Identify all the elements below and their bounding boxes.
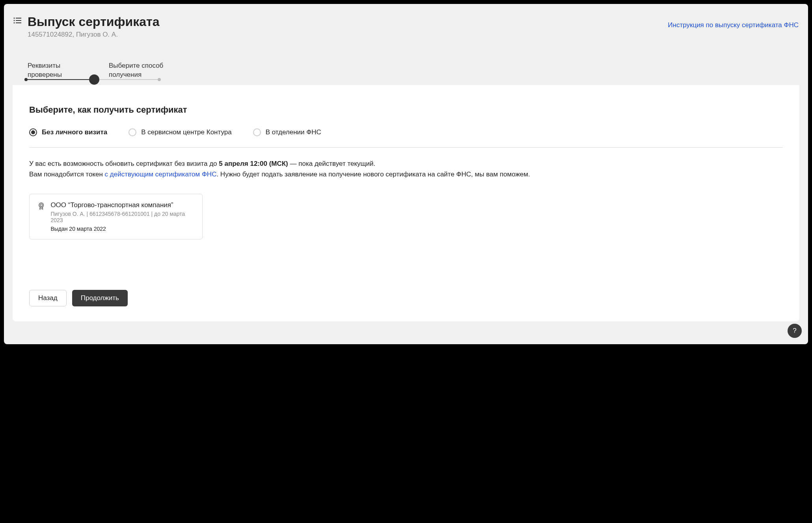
radio-label: В сервисном центре Контура — [141, 128, 232, 136]
radio-group: Без личного визита В сервисном центре Ко… — [29, 128, 783, 148]
radio-icon — [253, 128, 261, 136]
radio-icon — [129, 128, 136, 136]
radio-icon — [29, 128, 37, 136]
step-track — [24, 79, 792, 80]
button-row: Назад Продолжить — [29, 290, 128, 306]
step-dot-3 — [158, 78, 161, 81]
instruction-link[interactable]: Инструкция по выпуску сертификата ФНС — [668, 21, 799, 29]
certificate-issued: Выдан 20 марта 2022 — [50, 226, 194, 232]
svg-point-4 — [14, 22, 15, 24]
info-deadline: 5 апреля 12:00 (МСК) — [219, 160, 288, 167]
info-text: У вас есть возможность обновить сертифик… — [29, 159, 783, 180]
app-container: Выпуск сертификата 145571024892, Пигузов… — [4, 4, 808, 344]
info-line1-post: — пока действует текущий. — [288, 160, 376, 167]
svg-rect-3 — [16, 20, 21, 21]
certificate-icon — [37, 202, 45, 210]
radio-label: В отделении ФНС — [266, 128, 321, 136]
radio-option-service-center[interactable]: В сервисном центре Контура — [129, 128, 232, 136]
content-card: Выберите, как получить сертификат Без ли… — [13, 85, 799, 321]
section-heading: Выберите, как получить сертификат — [29, 105, 783, 115]
info-token-link[interactable]: с действующим сертификатом ФНС — [105, 171, 217, 178]
step-dot-current — [89, 74, 99, 85]
help-button[interactable]: ? — [788, 324, 802, 338]
certificate-card: ООО “Торгово-транспортная компания” Пигу… — [29, 194, 203, 239]
svg-rect-1 — [16, 18, 21, 19]
svg-point-2 — [14, 20, 15, 21]
svg-point-0 — [14, 18, 15, 19]
info-line2-post: . Нужно будет подать заявление на получе… — [216, 171, 530, 178]
info-line1-pre: У вас есть возможность обновить сертифик… — [29, 160, 219, 167]
svg-rect-5 — [16, 22, 21, 23]
certificate-body: ООО “Торгово-транспортная компания” Пигу… — [50, 201, 194, 232]
header: Выпуск сертификата 145571024892, Пигузов… — [4, 4, 808, 39]
step-label-1: Реквизиты проверены — [28, 61, 87, 80]
certificate-company: ООО “Торгово-транспортная компания” — [50, 201, 194, 209]
radio-option-no-visit[interactable]: Без личного визита — [29, 128, 107, 136]
info-line2-pre: Вам понадобится токен — [29, 171, 105, 178]
continue-button[interactable]: Продолжить — [72, 290, 128, 306]
stepper: Реквизиты проверены Выберите способ полу… — [4, 39, 808, 80]
step-label-2: Выберите способ получения — [109, 61, 168, 80]
svg-point-7 — [40, 204, 43, 206]
step-dot-1 — [24, 78, 28, 81]
header-left: Выпуск сертификата 145571024892, Пигузов… — [13, 14, 159, 39]
title-block: Выпуск сертификата 145571024892, Пигузов… — [28, 14, 159, 39]
page-subtitle: 145571024892, Пигузов О. А. — [28, 31, 159, 39]
page-title: Выпуск сертификата — [28, 14, 159, 29]
certificate-meta: Пигузов О. А. | 6612345678-661201001 | д… — [50, 211, 194, 223]
svg-point-6 — [39, 203, 44, 208]
back-button[interactable]: Назад — [29, 290, 67, 306]
menu-icon[interactable] — [13, 17, 21, 25]
radio-label: Без личного визита — [42, 128, 107, 136]
radio-option-fns[interactable]: В отделении ФНС — [253, 128, 321, 136]
